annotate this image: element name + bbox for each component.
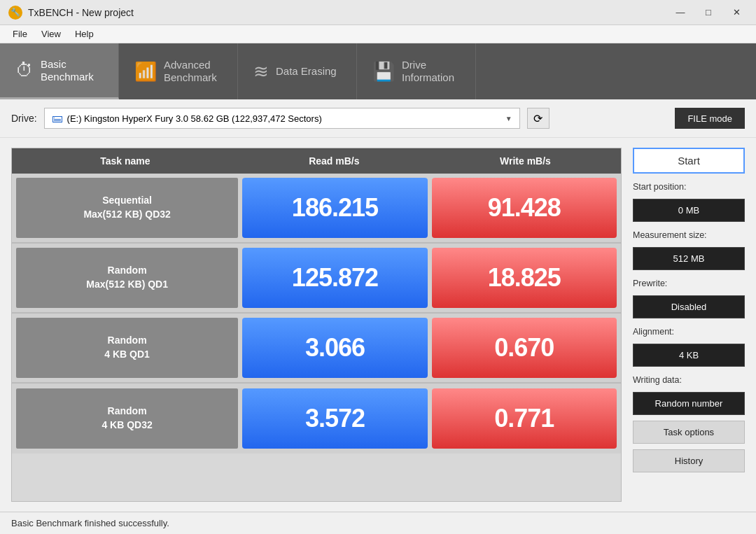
tab-drive-information[interactable]: 💾 DriveInformation xyxy=(357,43,476,99)
refresh-icon: ⟳ xyxy=(533,112,542,125)
app-icon: 🔧 xyxy=(8,6,22,20)
main-layout: Task name Read mB/s Write mB/s Sequentia… xyxy=(0,138,756,512)
content-area: Drive: 🖴 (E:) Kingston HyperX Fury 3.0 5… xyxy=(0,99,756,512)
benchmark-table: Task name Read mB/s Write mB/s Sequentia… xyxy=(11,148,622,502)
header-write: Write mB/s xyxy=(430,148,621,174)
advanced-benchmark-label: AdvancedBenchmark xyxy=(164,59,217,84)
toolbar: ⏱ BasicBenchmark 📶 AdvancedBenchmark ≋ D… xyxy=(0,43,756,99)
header-task-name: Task name xyxy=(12,148,239,174)
bench-row-random-4k-qd32: Random4 KB QD32 3.572 0.771 xyxy=(12,384,621,454)
start-button[interactable]: Start xyxy=(633,148,745,174)
tab-data-erasing[interactable]: ≋ Data Erasing xyxy=(238,43,357,99)
data-erasing-icon: ≋ xyxy=(253,61,269,83)
measurement-size-value[interactable]: 512 MB xyxy=(633,247,745,270)
bench-write-sequential: 91.428 xyxy=(432,178,617,238)
chevron-down-icon: ▼ xyxy=(505,115,512,122)
drive-bar: Drive: 🖴 (E:) Kingston HyperX Fury 3.0 5… xyxy=(0,99,756,138)
file-mode-button[interactable]: FILE mode xyxy=(675,108,745,129)
drive-information-label: DriveInformation xyxy=(402,59,454,84)
tab-basic-benchmark[interactable]: ⏱ BasicBenchmark xyxy=(0,43,119,99)
bench-write-random-4k-qd32: 0.771 xyxy=(432,388,617,449)
measurement-size-label: Measurement size: xyxy=(633,230,745,240)
menu-help[interactable]: Help xyxy=(68,27,101,41)
drive-select-inner: 🖴 (E:) Kingston HyperX Fury 3.0 58.62 GB… xyxy=(52,112,322,125)
drive-usb-icon: 🖴 xyxy=(52,112,63,125)
drive-label: Drive: xyxy=(11,113,37,124)
bench-write-random-512: 18.825 xyxy=(432,248,617,308)
history-button[interactable]: History xyxy=(633,449,745,472)
bench-task-random-4k-qd32: Random4 KB QD32 xyxy=(16,388,238,449)
bench-row-sequential: SequentialMax(512 KB) QD32 186.215 91.42… xyxy=(12,174,621,244)
bench-task-random-512: RandomMax(512 KB) QD1 xyxy=(16,248,238,308)
tab-advanced-benchmark[interactable]: 📶 AdvancedBenchmark xyxy=(119,43,238,99)
status-message: Basic Benchmark finished successfully. xyxy=(11,518,169,528)
bench-row-random-4k-qd1: Random4 KB QD1 3.066 0.670 xyxy=(12,314,621,384)
prewrite-value[interactable]: Disabled xyxy=(633,295,745,318)
bench-read-random-512: 125.872 xyxy=(242,248,427,308)
writing-data-label: Writing data: xyxy=(633,375,745,385)
title-bar-controls: — □ ✕ xyxy=(669,5,748,20)
prewrite-label: Prewrite: xyxy=(633,279,745,288)
start-position-value[interactable]: 0 MB xyxy=(633,199,745,222)
data-erasing-label: Data Erasing xyxy=(276,65,337,78)
drive-information-icon: 💾 xyxy=(372,61,395,83)
bench-task-sequential: SequentialMax(512 KB) QD32 xyxy=(16,178,238,238)
title-bar-left: 🔧 TxBENCH - New project xyxy=(8,6,134,20)
bench-read-random-4k-qd1: 3.066 xyxy=(242,318,427,378)
advanced-benchmark-icon: 📶 xyxy=(134,61,157,83)
status-bar: Basic Benchmark finished successfully. xyxy=(0,512,756,534)
bench-read-random-4k-qd32: 3.572 xyxy=(242,388,427,449)
alignment-value[interactable]: 4 KB xyxy=(633,344,745,367)
basic-benchmark-icon: ⏱ xyxy=(15,59,34,81)
task-options-button[interactable]: Task options xyxy=(633,421,745,444)
menu-view[interactable]: View xyxy=(34,27,68,41)
side-panel: Start Start position: 0 MB Measurement s… xyxy=(633,148,745,502)
writing-data-value[interactable]: Random number xyxy=(633,392,745,415)
drive-dropdown[interactable]: 🖴 (E:) Kingston HyperX Fury 3.0 58.62 GB… xyxy=(44,108,520,129)
header-read: Read mB/s xyxy=(239,148,430,174)
window-title: TxBENCH - New project xyxy=(28,7,134,18)
drive-refresh-button[interactable]: ⟳ xyxy=(527,108,550,129)
alignment-label: Alignment: xyxy=(633,327,745,337)
bench-task-random-4k-qd1: Random4 KB QD1 xyxy=(16,318,238,378)
start-position-label: Start position: xyxy=(633,182,745,192)
bench-write-random-4k-qd1: 0.670 xyxy=(432,318,617,378)
maximize-button[interactable]: □ xyxy=(697,5,720,20)
basic-benchmark-label: BasicBenchmark xyxy=(41,58,94,83)
drive-text: (E:) Kingston HyperX Fury 3.0 58.62 GB (… xyxy=(67,113,322,124)
menu-file[interactable]: File xyxy=(6,27,34,41)
minimize-button[interactable]: — xyxy=(669,5,692,20)
bench-read-sequential: 186.215 xyxy=(242,178,427,238)
title-bar: 🔧 TxBENCH - New project — □ ✕ xyxy=(0,0,756,25)
bench-table-header: Task name Read mB/s Write mB/s xyxy=(12,148,621,174)
bench-row-random-512: RandomMax(512 KB) QD1 125.872 18.825 xyxy=(12,244,621,314)
menu-bar: File View Help xyxy=(0,25,756,43)
close-button[interactable]: ✕ xyxy=(725,5,748,20)
